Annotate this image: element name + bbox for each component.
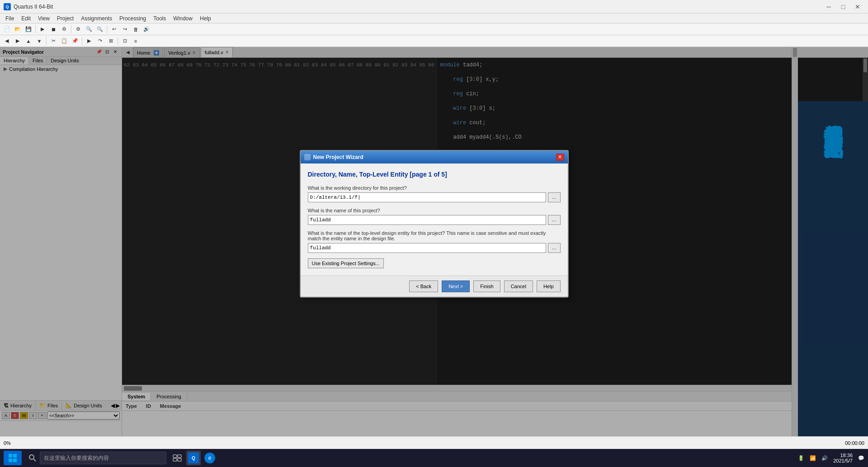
window-controls: ─ □ ✕ — [822, 2, 864, 11]
svg-rect-3 — [13, 458, 17, 462]
tb-save[interactable]: 💾 — [24, 25, 33, 34]
toolbar-sep-2 — [71, 25, 71, 33]
dialog-close-btn[interactable]: ✕ — [556, 154, 564, 161]
tb2-down[interactable]: ▼ — [34, 37, 44, 46]
tb-compile[interactable]: ▶ — [38, 25, 47, 34]
menu-view[interactable]: View — [34, 14, 53, 23]
menu-bar: File Edit View Project Assignments Proce… — [0, 14, 868, 23]
tb2-cut[interactable]: ✂ — [48, 37, 58, 46]
toolbar2-sep-3 — [118, 37, 118, 45]
date-display: 2021/5/7 — [833, 458, 853, 463]
secondary-toolbar: ◀ ▶ ▲ ▼ ✂ 📋 📌 ▶ ↷ ⊞ ⊡ ≡ — [0, 35, 868, 47]
quartus-icon: Q — [188, 453, 199, 463]
directory-input[interactable] — [308, 192, 546, 202]
svg-line-5 — [33, 459, 36, 461]
tb2-up[interactable]: ▲ — [24, 37, 33, 46]
menu-window[interactable]: Window — [170, 14, 196, 23]
tb-delete[interactable]: 🗑 — [131, 25, 141, 34]
tb2-more2[interactable]: ≡ — [131, 37, 141, 46]
browser-icon: e — [204, 453, 215, 463]
tb-open[interactable]: 📂 — [13, 25, 23, 34]
minimize-button[interactable]: ─ — [822, 2, 835, 11]
tb-analyze[interactable]: ⚙ — [59, 25, 69, 34]
status-bar: 0% 00:00:00 — [0, 436, 868, 449]
svg-point-4 — [29, 455, 34, 459]
taskbar-right: 🔋 📶 🔊 18:36 2021/5/7 💬 — [798, 453, 864, 463]
title-bar: Q Quartus II 64-Bit ─ □ ✕ — [0, 0, 868, 14]
taskview-btn[interactable] — [170, 451, 184, 465]
tb2-step[interactable]: ↷ — [95, 37, 105, 46]
app-title: Quartus II 64-Bit — [14, 4, 822, 10]
start-button[interactable] — [4, 451, 22, 465]
toplevel-browse-btn[interactable]: … — [548, 243, 561, 253]
status-progress: 0% — [4, 440, 11, 446]
tb2-navigate[interactable]: ◀ — [2, 37, 12, 46]
svg-rect-0 — [9, 454, 12, 458]
toolbar-sep-3 — [107, 25, 107, 33]
tb-settings[interactable]: ⚙ — [73, 25, 83, 34]
menu-project[interactable]: Project — [53, 14, 77, 23]
app-icon: Q — [4, 3, 11, 10]
tb-zoom-out[interactable]: 🔍 — [95, 25, 105, 34]
taskbar-app-icons: Q e — [170, 451, 217, 465]
menu-processing[interactable]: Processing — [116, 14, 150, 23]
dialog-footer: < Back Next > Finish Cancel Help — [301, 276, 568, 297]
name-browse-btn[interactable]: … — [548, 215, 561, 225]
menu-file[interactable]: File — [2, 14, 18, 23]
toolbar-sep-1 — [35, 25, 36, 33]
close-button[interactable]: ✕ — [851, 2, 864, 11]
back-button[interactable]: < Back — [409, 280, 438, 292]
search-icon-btn[interactable] — [25, 451, 40, 465]
taskbar-search[interactable]: 在这里输入你要搜索的内容 — [40, 452, 166, 464]
finish-button[interactable]: Finish — [473, 280, 500, 292]
project-name-label: What is the name of this project? — [308, 208, 561, 213]
toplevel-label: What is the name of the top-level design… — [308, 230, 561, 241]
tb-audio[interactable]: 🔊 — [142, 25, 151, 34]
search-placeholder: 在这里输入你要搜索的内容 — [44, 454, 109, 462]
menu-assignments[interactable]: Assignments — [77, 14, 116, 23]
quartus-taskbar-btn[interactable]: Q — [186, 451, 201, 465]
new-project-dialog: New Project Wizard ✕ Directory, Name, To… — [300, 150, 569, 298]
tb2-paste[interactable]: 📌 — [70, 37, 80, 46]
time-display: 18:36 — [833, 453, 853, 458]
tb2-fit[interactable]: ⊞ — [106, 37, 116, 46]
toolbar2-sep-1 — [46, 37, 47, 45]
battery-icon: 🔋 — [798, 455, 804, 461]
menu-help[interactable]: Help — [196, 14, 215, 23]
name-input-row: … — [308, 215, 561, 225]
tb2-run[interactable]: ▶ — [84, 37, 94, 46]
help-button[interactable]: Help — [537, 280, 561, 292]
tb2-fwd[interactable]: ▶ — [13, 37, 23, 46]
taskbar: 在这里输入你要搜索的内容 Q e 🔋 📶 🔊 18:36 2021/5/7 💬 — [0, 449, 868, 467]
dialog-title-bar: New Project Wizard ✕ — [301, 151, 568, 163]
browser-taskbar-btn[interactable]: e — [203, 451, 217, 465]
toplevel-input[interactable] — [308, 243, 546, 253]
next-button[interactable]: Next > — [442, 280, 470, 292]
directory-browse-btn[interactable]: … — [548, 192, 561, 202]
svg-rect-2 — [9, 458, 12, 462]
tb-redo[interactable]: ↪ — [120, 25, 130, 34]
toplevel-input-row: … — [308, 243, 561, 253]
dialog-icon — [304, 154, 311, 160]
dialog-heading: Directory, Name, Top-Level Entity [page … — [308, 171, 561, 178]
project-name-input[interactable] — [308, 215, 546, 225]
tb-stop[interactable]: ⏹ — [48, 25, 58, 34]
cancel-button[interactable]: Cancel — [504, 280, 533, 292]
tb2-copy[interactable]: 📋 — [59, 37, 69, 46]
tb2-more1[interactable]: ⊡ — [120, 37, 130, 46]
dialog-title: New Project Wizard — [313, 154, 363, 160]
svg-rect-1 — [13, 454, 17, 458]
notification-icon[interactable]: 💬 — [858, 455, 864, 461]
tb-new[interactable]: 📄 — [2, 25, 12, 34]
tb-zoom-in[interactable]: 🔍 — [84, 25, 94, 34]
menu-tools[interactable]: Tools — [150, 14, 170, 23]
datetime-display[interactable]: 18:36 2021/5/7 — [833, 453, 853, 463]
menu-edit[interactable]: Edit — [18, 14, 34, 23]
taskview-icon — [173, 454, 182, 462]
toolbar2-sep-2 — [82, 37, 82, 45]
volume-icon: 🔊 — [821, 455, 828, 461]
tb-undo[interactable]: ↩ — [109, 25, 119, 34]
maximize-button[interactable]: □ — [836, 2, 850, 11]
use-existing-btn[interactable]: Use Existing Project Settings... — [308, 258, 384, 268]
main-toolbar: 📄 📂 💾 ▶ ⏹ ⚙ ⚙ 🔍 🔍 ↩ ↪ 🗑 🔊 — [0, 23, 868, 35]
